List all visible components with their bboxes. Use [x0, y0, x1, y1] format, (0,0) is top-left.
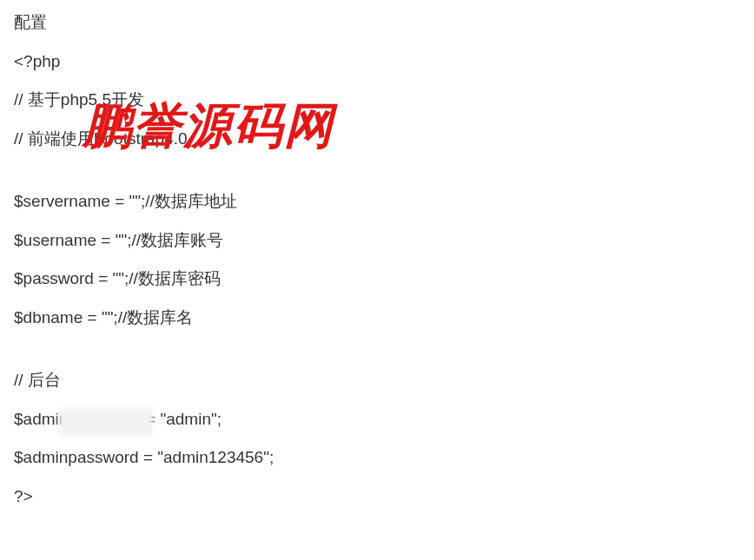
- line-servername: $servername = "";//数据库地址: [14, 189, 740, 214]
- line-dbname: $dbname = "";//数据库名: [14, 306, 740, 331]
- line-title: 配置: [14, 10, 740, 36]
- line-username: $username = "";//数据库账号: [14, 228, 740, 254]
- line-php-close: ?>: [14, 484, 740, 510]
- line-comment-php55: // 基于php5.5开发: [14, 88, 740, 113]
- line-password: $password = "";//数据库密码: [14, 267, 740, 292]
- code-content: 配置 <?php // 基于php5.5开发 // 前端使用Bootstrap4…: [0, 0, 754, 533]
- blurred-redaction: [59, 408, 153, 436]
- line-php-open: <?php: [14, 49, 740, 75]
- blank-spacer: [14, 165, 740, 189]
- line-comment-bootstrap: // 前端使用Bootstrap4.0: [14, 127, 740, 152]
- blank-spacer: [14, 344, 740, 368]
- line-adminpassword: $adminpassword = "admin123456";: [14, 445, 740, 471]
- line-comment-admin: // 后台: [14, 368, 740, 393]
